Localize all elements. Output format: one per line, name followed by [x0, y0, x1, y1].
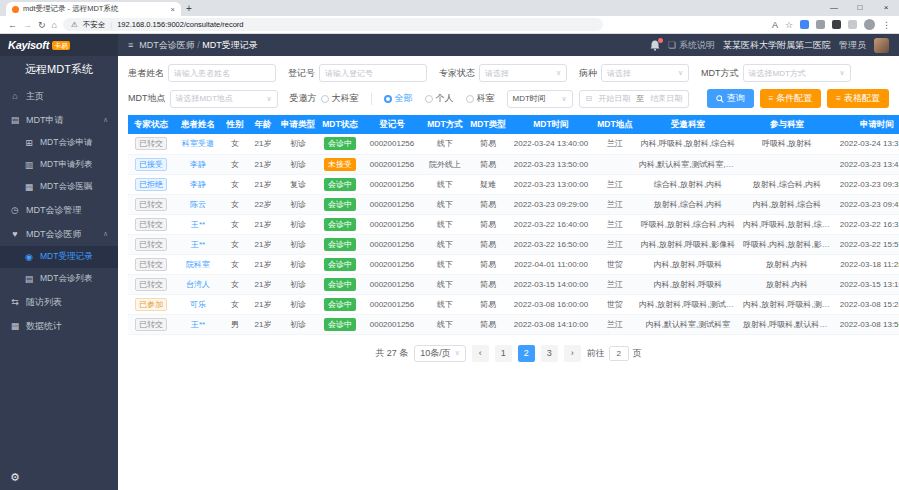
sidebar-item-accept-record[interactable]: ◉ MDT受理记录 — [0, 246, 118, 268]
cell-reg_no: 0002001256 — [362, 134, 422, 154]
translate-icon[interactable]: A — [772, 20, 778, 30]
page-button-2[interactable]: 2 — [518, 345, 535, 362]
window-close-icon[interactable]: × — [873, 0, 899, 15]
radio-big-dept[interactable]: 大科室 — [321, 92, 359, 105]
patient-name-link[interactable]: 王** — [191, 320, 205, 329]
window-maximize-icon[interactable]: □ — [847, 0, 873, 15]
hamburger-icon[interactable]: ≡ — [128, 40, 133, 50]
cell-invited_depts: 内科,放射科,呼吸科 — [636, 254, 740, 274]
bell-icon[interactable] — [650, 40, 660, 51]
disease-select[interactable]: 请选择 ∨ — [601, 64, 689, 82]
reg-no-input[interactable] — [325, 69, 421, 78]
mdt-time-select[interactable]: MDT时间 ∨ — [507, 90, 573, 108]
mdt-place-select[interactable]: 请选择MDT地点 ∨ — [170, 90, 278, 108]
cell-gender: 女 — [222, 194, 248, 214]
patient-name-link[interactable]: 科室受邀 — [182, 139, 214, 148]
expert-status-badge: 已接受 — [135, 158, 167, 171]
browser-menu-icon[interactable]: ⋮ — [882, 20, 891, 30]
window-minimize-icon[interactable]: — — [821, 0, 847, 15]
goto-page-input[interactable] — [609, 346, 629, 361]
page-size-select[interactable]: 10条/页 ∨ — [414, 345, 466, 362]
sidebar-item-stats[interactable]: ▦ 数据统计 — [0, 314, 118, 338]
radio-personal[interactable]: 个人 — [425, 92, 454, 105]
chevron-up-icon: ∧ — [103, 116, 108, 124]
cell-gender: 女 — [222, 294, 248, 314]
sidebar-item-consult-doctor[interactable]: ♥ MDT会诊医师 ∧ — [0, 222, 118, 246]
prev-page-button[interactable]: ‹ — [472, 345, 489, 362]
url-field[interactable]: ⚠ 不安全 | 192.168.0.156:9002/consultate/re… — [63, 18, 603, 31]
table-config-button[interactable]: ≡ 表格配置 — [827, 89, 889, 108]
cell-reg_no: 0002001256 — [362, 174, 422, 194]
sidebar-item-apply-list[interactable]: ▥ MDT申请列表 — [0, 154, 118, 176]
browser-profile-avatar[interactable] — [864, 19, 875, 30]
extension-icon-3[interactable] — [832, 20, 841, 29]
expert-status-badge: 已转交 — [135, 318, 167, 331]
date-range-picker[interactable]: ⊟ 开始日期 至 结束日期 — [579, 90, 690, 108]
user-avatar[interactable] — [874, 38, 889, 53]
patient-name-input[interactable] — [174, 69, 270, 78]
cell-mdt_mode: 院外线上 — [422, 154, 468, 174]
page-button-3[interactable]: 3 — [541, 345, 558, 362]
grid-icon: ⊞ — [24, 138, 34, 148]
expert-status-badge: 已转交 — [135, 198, 167, 211]
col-mdt-type: MDT类型 — [468, 115, 508, 134]
cell-mdt_time: 2022-03-23 13:50:00 — [508, 154, 594, 174]
gear-icon[interactable]: ⚙ — [10, 471, 20, 484]
sidebar-item-consult-order[interactable]: ▦ MDT会诊医嘱 — [0, 176, 118, 198]
forward-icon[interactable]: → — [23, 20, 32, 30]
browser-tab[interactable]: mdt受理记录 - 远程MDT系统 × — [6, 2, 181, 16]
new-tab-button[interactable]: + — [181, 2, 197, 16]
condition-config-button[interactable]: ≡ 条件配置 — [760, 89, 822, 108]
cell-invited_depts: 内科,放射科,呼吸科 — [636, 274, 740, 294]
patient-name-link[interactable]: 王** — [191, 240, 205, 249]
radio-all[interactable]: 全部 — [384, 92, 413, 105]
sidebar-item-label: MDT会诊申请 — [40, 137, 92, 149]
home-icon[interactable]: ⌂ — [52, 20, 57, 30]
patient-name-link[interactable]: 可乐 — [190, 300, 206, 309]
extension-icon-4[interactable] — [848, 20, 857, 29]
sidebar-item-label: MDT会诊列表 — [40, 273, 92, 285]
cell-mdt_type: 简易 — [468, 314, 508, 334]
mdt-status-badge: 会诊中 — [324, 318, 356, 331]
logo-badge: 卡易 — [52, 41, 70, 50]
search-button-label: 查询 — [727, 92, 745, 105]
next-page-button[interactable]: › — [564, 345, 581, 362]
extension-icon-1[interactable] — [800, 20, 809, 29]
patient-name-link[interactable]: 王** — [191, 220, 205, 229]
search-button[interactable]: 查询 — [707, 89, 754, 108]
sidebar-item-follow-list[interactable]: ⇆ 随访列表 — [0, 290, 118, 314]
patient-name-link[interactable]: 陈云 — [190, 200, 206, 209]
sidebar-item-consult-list[interactable]: ▤ MDT会诊列表 — [0, 268, 118, 290]
url-text: 192.168.0.156:9002/consultate/record — [117, 20, 243, 29]
patient-name-link[interactable]: 台湾人 — [186, 280, 210, 289]
page-button-1[interactable]: 1 — [495, 345, 512, 362]
cell-expert_status: 已转交 — [128, 274, 174, 294]
extension-icon-2[interactable] — [816, 20, 825, 29]
radio-circle-icon — [425, 95, 433, 103]
patient-name-link[interactable]: 李静 — [190, 180, 206, 189]
chevron-down-icon: ∨ — [266, 95, 271, 103]
patient-name-link[interactable]: 院科室 — [186, 260, 210, 269]
radio-dept[interactable]: 科室 — [466, 92, 495, 105]
filter-reg-no: 登记号 — [288, 64, 427, 82]
sidebar-item-consult-mgmt[interactable]: ◷ MDT会诊管理 — [0, 198, 118, 222]
back-icon[interactable]: ← — [8, 20, 17, 30]
mdt-mode-select[interactable]: 请选择MDT方式 ∨ — [743, 64, 851, 82]
sidebar: Kayisoft 卡易 远程MDT系统 ⌂ 主页 ▤ MDT申请 ∧ ⊞ MDT… — [0, 34, 118, 490]
tab-close-icon[interactable]: × — [171, 5, 175, 14]
expert-status-select[interactable]: 请选择 ∨ — [479, 64, 567, 82]
sidebar-item-mdt-apply[interactable]: ▤ MDT申请 ∧ — [0, 108, 118, 132]
sidebar-item-home[interactable]: ⌂ 主页 — [0, 84, 118, 108]
mdt-status-badge: 未接受 — [324, 158, 356, 171]
sidebar-item-label: 数据统计 — [26, 320, 62, 333]
patient-name-link[interactable]: 李静 — [190, 160, 206, 169]
mdt-status-badge: 会诊中 — [324, 258, 356, 271]
system-note-link[interactable]: ❏ 系统说明 — [668, 39, 715, 52]
date-start-placeholder: 开始日期 — [598, 93, 630, 104]
cell-patient_name: 王** — [174, 214, 222, 234]
bookmark-star-icon[interactable]: ☆ — [785, 20, 793, 30]
sidebar-item-apply-consult[interactable]: ⊞ MDT会诊申请 — [0, 132, 118, 154]
refresh-icon[interactable]: ↻ — [38, 20, 46, 30]
sidebar-item-label: 主页 — [26, 90, 44, 103]
cell-apply_type: 初诊 — [278, 214, 318, 234]
